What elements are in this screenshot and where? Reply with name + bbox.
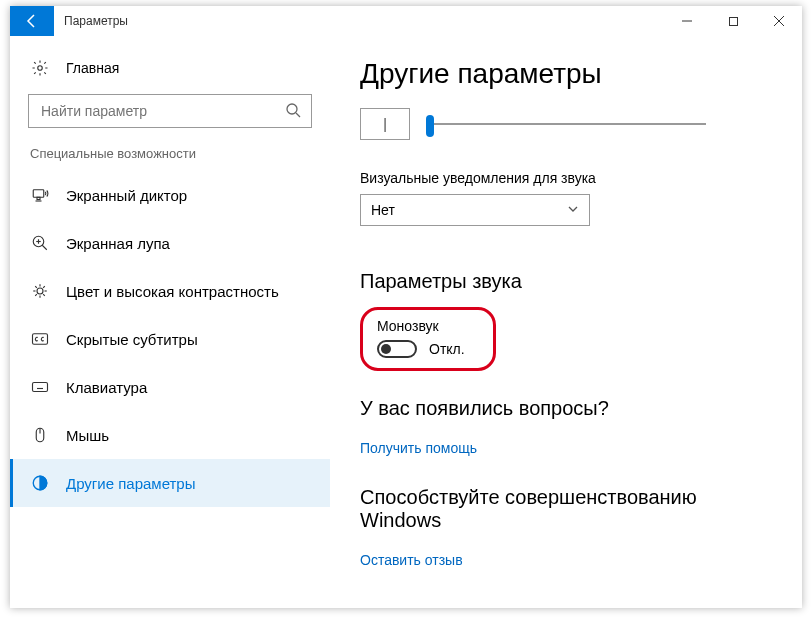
app-title: Параметры <box>54 6 138 36</box>
nav-label: Экранная лупа <box>66 235 170 252</box>
home-label: Главная <box>66 60 119 76</box>
feedback-link[interactable]: Оставить отзыв <box>360 552 463 568</box>
page-title: Другие параметры <box>360 58 782 90</box>
contrast-icon <box>30 281 50 301</box>
sidebar: Главная Специальные возможности Экранный… <box>10 36 330 608</box>
mouse-icon <box>30 425 50 445</box>
get-help-link[interactable]: Получить помощь <box>360 440 477 456</box>
mono-state: Откл. <box>429 341 465 357</box>
slider-thumb[interactable] <box>426 115 434 137</box>
svg-line-20 <box>43 294 45 296</box>
svg-line-11 <box>42 245 47 250</box>
minimize-button[interactable] <box>664 6 710 36</box>
nav-item-high-contrast[interactable]: Цвет и высокая контрастность <box>10 267 330 315</box>
select-value: Нет <box>371 202 395 218</box>
mono-toggle-row: Откл. <box>377 340 465 358</box>
feedback-block: Способствуйте совершенствованию Windows … <box>360 486 782 568</box>
nav-label: Цвет и высокая контрастность <box>66 283 279 300</box>
slider-track <box>426 123 706 125</box>
back-button[interactable] <box>10 6 54 36</box>
gear-icon <box>30 58 50 78</box>
mono-highlight: Монозвук Откл. <box>360 307 496 371</box>
nav-item-magnifier[interactable]: Экранная лупа <box>10 219 330 267</box>
close-button[interactable] <box>756 6 802 36</box>
chevron-down-icon <box>567 202 579 218</box>
svg-rect-8 <box>37 197 40 199</box>
narrator-icon <box>30 185 50 205</box>
search-box[interactable] <box>28 94 312 128</box>
nav-label: Мышь <box>66 427 109 444</box>
svg-rect-1 <box>729 17 737 25</box>
svg-line-22 <box>43 286 45 288</box>
search-input[interactable] <box>39 102 285 120</box>
slider-row: | <box>360 108 782 140</box>
slider[interactable] <box>426 114 706 134</box>
home-button[interactable]: Главная <box>10 50 330 94</box>
magnifier-icon <box>30 233 50 253</box>
svg-line-6 <box>296 113 300 117</box>
captions-icon <box>30 329 50 349</box>
visual-notify-select[interactable]: Нет <box>360 194 590 226</box>
svg-point-14 <box>37 288 43 294</box>
other-icon <box>30 473 50 493</box>
svg-rect-23 <box>33 334 48 345</box>
svg-rect-24 <box>33 383 48 392</box>
nav-item-closed-captions[interactable]: Скрытые субтитры <box>10 315 330 363</box>
svg-rect-7 <box>33 190 44 198</box>
content-area: Главная Специальные возможности Экранный… <box>10 36 802 608</box>
mono-toggle[interactable] <box>377 340 417 358</box>
nav-item-narrator[interactable]: Экранный диктор <box>10 171 330 219</box>
main-panel: Другие параметры | Визуальные уведомлени… <box>330 36 802 608</box>
nav-label: Экранный диктор <box>66 187 187 204</box>
nav-label: Другие параметры <box>66 475 196 492</box>
feedback-heading: Способствуйте совершенствованию Windows <box>360 486 782 532</box>
window-controls <box>664 6 802 36</box>
help-heading: У вас появились вопросы? <box>360 397 782 420</box>
nav-label: Клавиатура <box>66 379 147 396</box>
mono-label: Монозвук <box>377 318 465 334</box>
category-label: Специальные возможности <box>10 146 330 171</box>
toggle-knob <box>381 344 391 354</box>
search-icon <box>285 102 301 121</box>
maximize-button[interactable] <box>710 6 756 36</box>
settings-window: Параметры Главная <box>10 6 802 608</box>
svg-point-5 <box>287 104 297 114</box>
svg-line-19 <box>35 286 37 288</box>
visual-notify-label: Визуальные уведомления для звука <box>360 170 782 186</box>
nav-item-mouse[interactable]: Мышь <box>10 411 330 459</box>
titlebar: Параметры <box>10 6 802 36</box>
nav-label: Скрытые субтитры <box>66 331 198 348</box>
svg-line-21 <box>35 294 37 296</box>
help-block: У вас появились вопросы? Получить помощь <box>360 397 782 456</box>
nav-list: Экранный диктор Экранная лупа Цвет и выс… <box>10 171 330 507</box>
keyboard-icon <box>30 377 50 397</box>
sound-section-title: Параметры звука <box>360 270 782 293</box>
slider-value-box[interactable]: | <box>360 108 410 140</box>
nav-item-other[interactable]: Другие параметры <box>10 459 330 507</box>
svg-point-4 <box>38 66 43 71</box>
nav-item-keyboard[interactable]: Клавиатура <box>10 363 330 411</box>
